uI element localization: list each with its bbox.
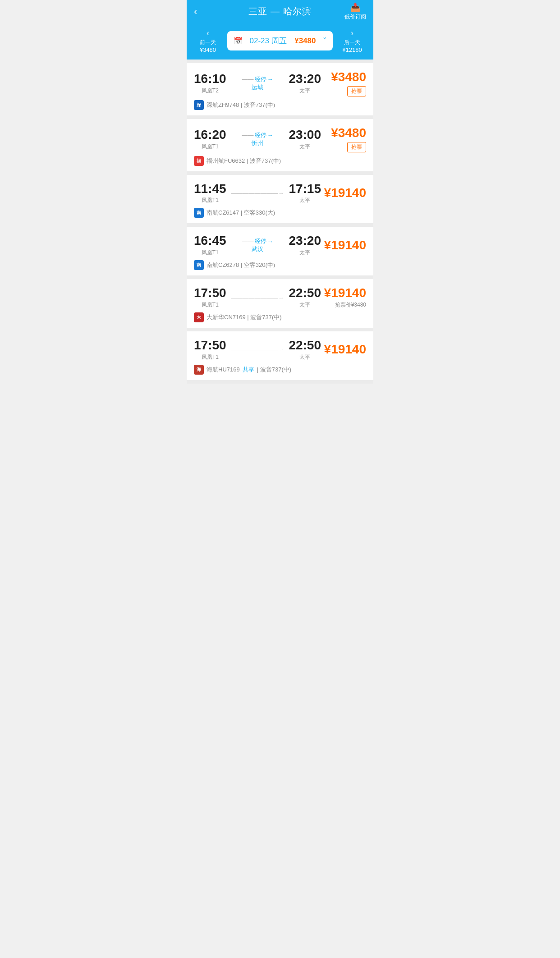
snatch-price: 抢票价¥3480 [335, 301, 366, 309]
depart-info: 11:45 凤凰T1 [194, 182, 226, 205]
flight-price: ¥3480 [331, 126, 366, 140]
flight-card[interactable]: 17:50 凤凰T1 ————————→ 22:50 太平 ¥19140 [187, 331, 373, 380]
flight-times: 17:50 凤凰T1 ————————→ 22:50 太平 [194, 339, 321, 361]
arrive-info: 23:00 太平 [289, 128, 321, 151]
price-col: ¥19140 [321, 343, 366, 357]
price-col: ¥19140 [321, 186, 366, 200]
date-nav: ‹ 前一天 ¥3480 📅 02-23 周五 ¥3480 ˅ › 后一天 ¥12… [187, 25, 373, 60]
arrive-terminal: 太平 [299, 249, 310, 257]
flight-route: —— 经停 → 运城 [226, 75, 289, 92]
airline-logo: 大 [194, 312, 204, 322]
via-city: 武汉 [252, 245, 263, 253]
flight-info-row: 南 南航CZ6278 | 空客320(中) [194, 260, 366, 270]
arrive-info: 22:50 太平 [289, 339, 321, 361]
direct-route-arrow: ————————→ [230, 346, 285, 353]
price-col: ¥19140 抢票价¥3480 [321, 286, 366, 309]
arrive-info: 23:20 太平 [289, 234, 321, 257]
flight-price: ¥19140 [324, 343, 366, 357]
price-col: ¥19140 [321, 238, 366, 252]
depart-info: 16:45 凤凰T1 [194, 234, 226, 257]
depart-time: 16:45 [194, 234, 226, 248]
grab-ticket-button[interactable]: 抢票 [347, 86, 366, 96]
airline-logo: 深 [194, 100, 204, 110]
page-title: 三亚 — 哈尔滨 [248, 5, 311, 18]
flight-route: ————————→ [226, 346, 289, 353]
flight-card[interactable]: 16:45 凤凰T1 —— 经停 → 武汉 23:20 太平 ¥19140 [187, 227, 373, 275]
calendar-icon: 📅 [234, 37, 243, 45]
depart-info: 17:50 凤凰T1 [194, 286, 226, 309]
flight-info-row: 福 福州航FU6632 | 波音737(中) [194, 156, 366, 166]
depart-time: 17:50 [194, 339, 226, 353]
flight-route: ————————→ [226, 294, 289, 301]
next-arrow-icon: › [351, 28, 353, 38]
arrive-info: 22:50 太平 [289, 286, 321, 309]
depart-info: 17:50 凤凰T1 [194, 339, 226, 361]
depart-info: 16:10 凤凰T2 [194, 72, 226, 95]
depart-terminal: 凤凰T1 [202, 301, 219, 309]
via-city: 忻州 [252, 139, 263, 147]
flight-card[interactable]: 17:50 凤凰T1 ————————→ 22:50 太平 ¥19140 抢票价… [187, 279, 373, 328]
airline-logo: 福 [194, 156, 204, 166]
back-button[interactable]: ‹ [194, 6, 197, 18]
arrive-terminal: 太平 [299, 197, 310, 204]
flight-times: 17:50 凤凰T1 ————————→ 22:50 太平 [194, 286, 321, 309]
flight-route: —— 经停 → 忻州 [226, 131, 289, 147]
direct-route-arrow: ————————→ [230, 294, 285, 301]
arrive-time: 23:20 [289, 234, 321, 248]
chevron-down-icon: ˅ [323, 37, 326, 45]
flight-main: 17:50 凤凰T1 ————————→ 22:50 太平 ¥19140 抢票价… [194, 286, 366, 309]
via-label: —— 经停 → [230, 131, 285, 139]
depart-time: 17:50 [194, 286, 226, 300]
flight-times: 16:45 凤凰T1 —— 经停 → 武汉 23:20 太平 [194, 234, 321, 257]
flight-card[interactable]: 16:10 凤凰T2 —— 经停 → 运城 23:20 太平 ¥3480 [187, 63, 373, 115]
flight-times: 11:45 凤凰T1 ————————→ 17:15 太平 [194, 182, 321, 205]
flight-route: —— 经停 → 武汉 [226, 237, 289, 253]
flight-price: ¥19140 [324, 286, 366, 300]
flight-card[interactable]: 11:45 凤凰T1 ————————→ 17:15 太平 ¥19140 [187, 175, 373, 224]
selected-date: 02-23 周五 [250, 36, 287, 46]
depart-terminal: 凤凰T1 [202, 143, 219, 151]
arrive-time: 22:50 [289, 286, 321, 300]
airline-info: 海航HU7169 [207, 366, 240, 374]
price-col: ¥3480 抢票 [321, 70, 366, 96]
next-day-price: ¥12180 [342, 46, 362, 53]
depart-time: 16:20 [194, 128, 226, 142]
arrive-time: 17:15 [289, 182, 321, 196]
airline-info: 南航CZ6147 | 空客330(大) [207, 209, 275, 217]
depart-terminal: 凤凰T2 [202, 87, 219, 95]
header: ‹ 三亚 — 哈尔滨 📥 低价订阅 [187, 0, 373, 25]
arrive-terminal: 太平 [299, 143, 310, 151]
airline-logo: 南 [194, 260, 204, 270]
airline-info: 南航CZ6278 | 空客320(中) [207, 261, 275, 269]
flight-info-row: 海 海航HU7169 共享 | 波音737(中) [194, 365, 366, 375]
flight-main: 16:45 凤凰T1 —— 经停 → 武汉 23:20 太平 ¥19140 [194, 234, 366, 257]
arrive-info: 23:20 太平 [289, 72, 321, 95]
next-day-button[interactable]: › 后一天 ¥12180 [336, 28, 368, 53]
flight-main: 16:20 凤凰T1 —— 经停 → 忻州 23:00 太平 ¥3480 [194, 126, 366, 152]
selected-date-price: ¥3480 [294, 37, 316, 46]
prev-arrow-icon: ‹ [207, 28, 209, 38]
flight-main: 17:50 凤凰T1 ————————→ 22:50 太平 ¥19140 [194, 339, 366, 361]
price-col: ¥3480 抢票 [321, 126, 366, 152]
prev-day-price: ¥3480 [200, 46, 216, 53]
arrive-time: 22:50 [289, 339, 321, 353]
airline-logo: 海 [194, 365, 204, 375]
airline-info: 大新华CN7169 | 波音737(中) [207, 313, 282, 321]
date-picker-button[interactable]: 📅 02-23 周五 ¥3480 ˅ [227, 31, 333, 50]
depart-time: 11:45 [194, 182, 226, 196]
subscribe-button[interactable]: 📥 低价订阅 [344, 2, 366, 21]
flight-price: ¥19140 [324, 186, 366, 200]
arrive-info: 17:15 太平 [289, 182, 321, 205]
flight-main: 16:10 凤凰T2 —— 经停 → 运城 23:20 太平 ¥3480 [194, 70, 366, 96]
airline-info: 福州航FU6632 | 波音737(中) [207, 157, 281, 165]
direct-route-arrow: ————————→ [230, 190, 285, 197]
next-day-label: 后一天 [344, 39, 360, 46]
depart-time: 16:10 [194, 72, 226, 86]
depart-terminal: 凤凰T1 [202, 249, 219, 257]
flight-list: 16:10 凤凰T2 —— 经停 → 运城 23:20 太平 ¥3480 [187, 60, 373, 384]
grab-ticket-button[interactable]: 抢票 [347, 142, 366, 152]
flight-card[interactable]: 16:20 凤凰T1 —— 经停 → 忻州 23:00 太平 ¥3480 [187, 119, 373, 171]
prev-day-button[interactable]: ‹ 前一天 ¥3480 [192, 28, 224, 53]
share-tag[interactable]: 共享 [243, 366, 254, 374]
subscribe-icon: 📥 [350, 2, 360, 12]
